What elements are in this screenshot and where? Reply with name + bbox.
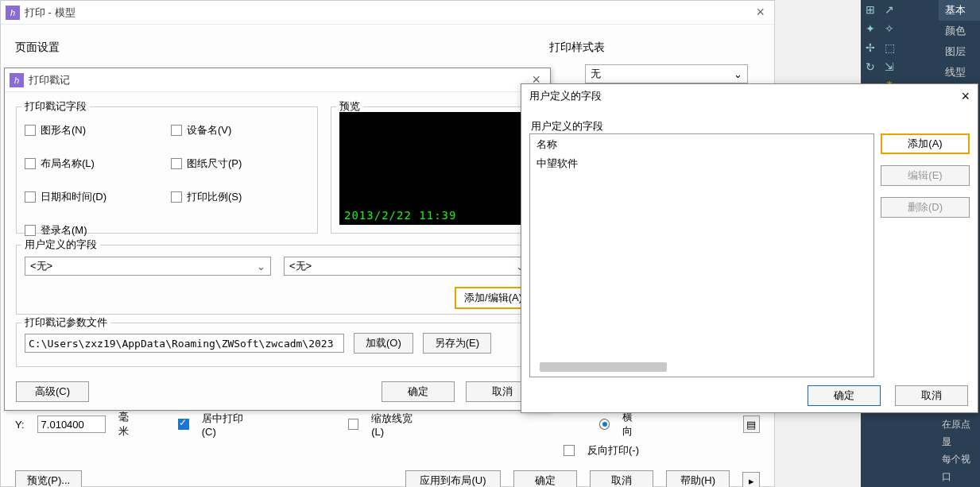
center-print-checkbox[interactable] [178, 419, 188, 430]
reverse-print-label: 反向打印(-) [587, 443, 639, 458]
close-icon[interactable]: × [961, 88, 970, 105]
window-title: 用户定义的字段 [529, 89, 602, 103]
user-fields-group: 用户定义的字段 <无> <无> 添加/编辑(A) [16, 245, 539, 315]
tab-layer[interactable]: 图层 [939, 41, 980, 62]
stamp-fields-legend: 打印戳记字段 [21, 99, 90, 114]
cancel-button[interactable]: 取消 [895, 385, 968, 406]
user-field-select-1[interactable]: <无> [25, 257, 271, 276]
window-title: 打印 - 模型 [25, 6, 76, 20]
paper-size-label: 图纸尺寸(P) [187, 157, 242, 171]
device-name-label: 设备名(V) [187, 123, 231, 137]
close-icon[interactable]: × [751, 4, 769, 21]
drawing-name-checkbox[interactable] [25, 125, 36, 136]
y-input[interactable]: 7.010400 [37, 415, 106, 433]
tool-icon[interactable]: ✧ [880, 19, 899, 38]
layout-name-checkbox[interactable] [25, 158, 36, 169]
select-value: <无> [30, 259, 52, 273]
y-label: Y: [15, 419, 25, 431]
tab-basic[interactable]: 基本 [939, 0, 980, 21]
udf-listbox[interactable]: 名称 中望软件 [529, 133, 874, 377]
landscape-radio[interactable] [599, 419, 610, 430]
y-unit: 毫米 [118, 410, 138, 439]
paper-size-checkbox[interactable] [171, 158, 182, 169]
ok-button[interactable]: 确定 [513, 470, 577, 487]
status-line: 在原点显 [942, 415, 977, 450]
param-file-group: 打印戳记参数文件 C:\Users\zxz19\AppData\Roaming\… [16, 323, 539, 367]
param-file-legend: 打印戳记参数文件 [21, 315, 110, 330]
expand-icon[interactable]: ▸ [742, 472, 760, 487]
ok-button[interactable]: 确定 [382, 381, 455, 402]
scale-lw-checkbox[interactable] [348, 419, 358, 430]
help-button[interactable]: 帮助(H) [666, 470, 730, 487]
titlebar: 用户定义的字段 × [521, 84, 978, 108]
preview-button[interactable]: 预览(P)... [15, 470, 82, 487]
property-tabs: 基本 颜色 图层 线型 [939, 0, 980, 83]
preview-timestamp: 2013/2/22 11:39 [344, 209, 456, 222]
print-scale-checkbox[interactable] [171, 191, 182, 203]
tool-icon[interactable]: ↗ [880, 0, 899, 19]
tool-icon[interactable]: ↻ [861, 57, 880, 76]
tool-icon[interactable]: ✦ [861, 19, 880, 38]
apply-layout-button[interactable]: 应用到布局(U) [405, 470, 501, 487]
print-scale-label: 打印比例(S) [187, 190, 242, 204]
user-field-select-2[interactable]: <无> [284, 257, 530, 276]
advanced-button[interactable]: 高级(C) [16, 381, 89, 402]
scale-lw-label: 缩放线宽(L) [371, 412, 423, 438]
user-defined-fields-dialog: 用户定义的字段 × 用户定义的字段 名称 中望软件 添加(A) 编辑(E) 删除… [521, 83, 978, 413]
load-button[interactable]: 加载(O) [354, 333, 413, 354]
param-file-path[interactable]: C:\Users\zxz19\AppData\Roaming\ZWSoft\zw… [25, 334, 344, 353]
select-value: <无> [289, 259, 312, 273]
plot-style-select[interactable]: 无 [585, 64, 748, 83]
tab-color[interactable]: 颜色 [939, 21, 980, 41]
ok-button[interactable]: 确定 [808, 385, 881, 406]
preview-canvas: 2013/2/22 11:39 [339, 112, 530, 225]
udf-column-name: 名称 [530, 134, 873, 155]
app-icon: h [6, 6, 20, 20]
print-stamp-dialog: h 打印戳记 × 打印戳记字段 图形名(N) 设备名(V) 布局名称(L) 图纸… [4, 68, 551, 411]
status-line: 每个视口 [942, 450, 977, 485]
titlebar: h 打印 - 模型 × [1, 1, 774, 25]
list-item[interactable]: 中望软件 [530, 155, 873, 172]
scrollbar-horizontal[interactable] [540, 362, 667, 372]
landscape-label: 横向 [622, 410, 642, 439]
udf-list-label: 用户定义的字段 [531, 119, 968, 133]
tool-icon[interactable]: ⊞ [861, 0, 880, 19]
delete-button[interactable]: 删除(D) [881, 197, 970, 218]
tool-icon[interactable]: ⬚ [880, 38, 899, 57]
tab-linetype[interactable]: 线型 [939, 62, 980, 83]
page-setup-label: 页面设置 [15, 41, 60, 55]
stamp-bottom-buttons: 高级(C) 确定 取消 [16, 381, 539, 402]
login-name-checkbox[interactable] [25, 225, 36, 236]
edit-button[interactable]: 编辑(E) [881, 165, 970, 186]
cancel-button[interactable]: 取消 [590, 470, 653, 487]
window-title: 打印戳记 [29, 73, 70, 87]
app-icon: h [10, 73, 24, 87]
tool-icon[interactable]: ✢ [861, 38, 880, 57]
datetime-label: 日期和时间(D) [41, 190, 107, 204]
drawing-name-label: 图形名(N) [41, 123, 86, 137]
titlebar: h 打印戳记 × [5, 68, 550, 92]
add-button[interactable]: 添加(A) [881, 133, 970, 154]
device-name-checkbox[interactable] [171, 125, 182, 136]
preview-group: 预览 2013/2/22 11:39 [331, 106, 539, 234]
tool-icon[interactable]: ⇲ [880, 57, 899, 76]
orientation-icon: ▤ [743, 415, 760, 433]
login-name-label: 登录名(M) [41, 223, 87, 238]
saveas-button[interactable]: 另存为(E) [423, 333, 491, 354]
stamp-fields-group: 打印戳记字段 图形名(N) 设备名(V) 布局名称(L) 图纸尺寸(P) 日期和… [16, 106, 318, 234]
user-fields-legend: 用户定义的字段 [21, 238, 100, 252]
center-print-label: 居中打印(C) [202, 412, 255, 438]
layout-name-label: 布局名称(L) [41, 157, 95, 171]
plot-style-label: 打印样式表 [549, 41, 605, 55]
datetime-checkbox[interactable] [25, 191, 36, 203]
reverse-print-checkbox[interactable] [564, 445, 575, 456]
tool-icon-grid: ⊞↗ ✦✧ ✢⬚ ↻⇲ ▭⁂ [861, 0, 899, 95]
print-lower-strip: Y: 7.010400 毫米 居中打印(C) 缩放线宽(L) 横向 ▤ 反向打印… [9, 407, 766, 486]
plot-style-value: 无 [591, 67, 601, 81]
